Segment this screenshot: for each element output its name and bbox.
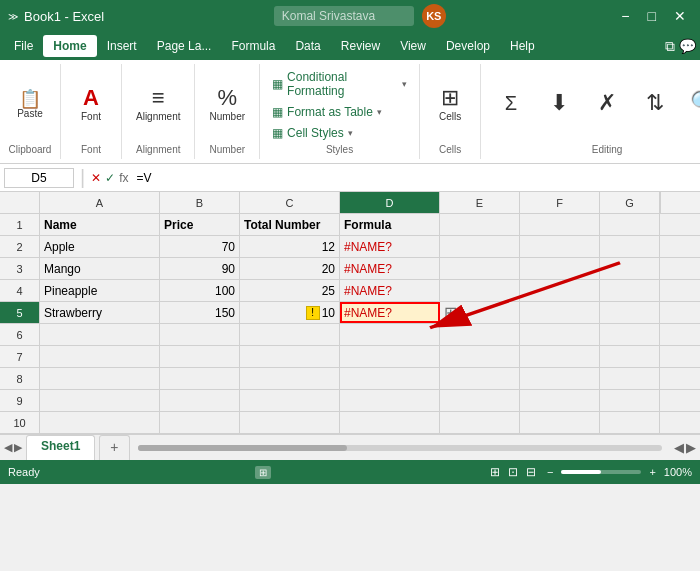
cell-a3[interactable]: Mango	[40, 258, 160, 279]
col-header-b[interactable]: B	[160, 192, 240, 213]
cell-c5[interactable]: ! 10	[240, 302, 340, 323]
enter-icon[interactable]: ✓	[105, 171, 115, 185]
cell-e1[interactable]	[440, 214, 520, 235]
zoom-plus-button[interactable]: +	[649, 466, 655, 478]
cell-c1[interactable]: Total Number	[240, 214, 340, 235]
cell-e7[interactable]	[440, 346, 520, 367]
alignment-button[interactable]: ≡ Alignment	[130, 83, 186, 126]
menu-item-page-layout[interactable]: Page La...	[147, 35, 222, 57]
cell-c4[interactable]: 25	[240, 280, 340, 301]
page-view-icon[interactable]: ⊞	[255, 466, 271, 479]
cell-b7[interactable]	[160, 346, 240, 367]
cell-styles-button[interactable]: ▦ Cell Styles ▾	[268, 124, 411, 142]
row-num-4[interactable]: 4	[0, 280, 40, 301]
cell-a7[interactable]	[40, 346, 160, 367]
menu-item-file[interactable]: File	[4, 35, 43, 57]
menu-item-formula[interactable]: Formula	[221, 35, 285, 57]
cell-d5[interactable]: #NAME?	[340, 302, 440, 323]
cell-b1[interactable]: Price	[160, 214, 240, 235]
page-layout-button[interactable]: ⊡	[505, 464, 521, 480]
cells-button[interactable]: ⊞ Cells	[428, 83, 472, 126]
menu-item-view[interactable]: View	[390, 35, 436, 57]
add-sheet-button[interactable]: +	[99, 435, 129, 460]
cell-d3[interactable]: #NAME?	[340, 258, 440, 279]
menu-item-insert[interactable]: Insert	[97, 35, 147, 57]
cell-c8[interactable]	[240, 368, 340, 389]
normal-view-button[interactable]: ⊞	[487, 464, 503, 480]
cell-c2[interactable]: 12	[240, 236, 340, 257]
cell-a10[interactable]	[40, 412, 160, 433]
zoom-minus-button[interactable]: −	[547, 466, 553, 478]
fill-button[interactable]: ⬇	[537, 88, 581, 120]
menu-item-developer[interactable]: Develop	[436, 35, 500, 57]
scroll-right-button[interactable]: ▶	[686, 440, 696, 455]
cell-d7[interactable]	[340, 346, 440, 367]
cell-f5[interactable]	[520, 302, 600, 323]
cell-d8[interactable]	[340, 368, 440, 389]
zoom-slider[interactable]	[561, 470, 641, 474]
col-header-f[interactable]: F	[520, 192, 600, 213]
cell-g4[interactable]	[600, 280, 660, 301]
comments-icon[interactable]: 💬	[679, 38, 696, 55]
cell-b2[interactable]: 70	[160, 236, 240, 257]
search-input[interactable]	[274, 6, 414, 26]
cell-d9[interactable]	[340, 390, 440, 411]
cancel-icon[interactable]: ✕	[91, 171, 101, 185]
cell-e4[interactable]	[440, 280, 520, 301]
cell-a8[interactable]	[40, 368, 160, 389]
menu-item-data[interactable]: Data	[285, 35, 330, 57]
insert-function-icon[interactable]: fx	[119, 171, 128, 185]
cell-g9[interactable]	[600, 390, 660, 411]
cell-c10[interactable]	[240, 412, 340, 433]
cell-g1[interactable]	[600, 214, 660, 235]
cell-c7[interactable]	[240, 346, 340, 367]
close-button[interactable]: ✕	[668, 6, 692, 26]
sum-button[interactable]: Σ	[489, 89, 533, 119]
row-num-10[interactable]: 10	[0, 412, 40, 433]
font-button[interactable]: A Font	[69, 83, 113, 126]
row-num-9[interactable]: 9	[0, 390, 40, 411]
scrollbar-track[interactable]	[138, 445, 662, 451]
cell-g3[interactable]	[600, 258, 660, 279]
cell-b5[interactable]: 150	[160, 302, 240, 323]
minimize-button[interactable]: −	[615, 6, 635, 26]
col-header-d[interactable]: D	[340, 192, 440, 213]
col-header-g[interactable]: G	[600, 192, 660, 213]
cell-a1[interactable]: Name	[40, 214, 160, 235]
row-num-7[interactable]: 7	[0, 346, 40, 367]
scrollbar-thumb[interactable]	[138, 445, 348, 451]
cell-e2[interactable]	[440, 236, 520, 257]
share-icon[interactable]: ⧉	[665, 38, 675, 55]
cell-f7[interactable]	[520, 346, 600, 367]
cell-e3[interactable]	[440, 258, 520, 279]
cell-e10[interactable]	[440, 412, 520, 433]
cell-a9[interactable]	[40, 390, 160, 411]
number-button[interactable]: % Number	[203, 83, 251, 126]
paste-button[interactable]: 📋 Paste	[8, 86, 52, 123]
cell-a4[interactable]: Pineapple	[40, 280, 160, 301]
page-break-button[interactable]: ⊟	[523, 464, 539, 480]
cell-f3[interactable]	[520, 258, 600, 279]
cell-b3[interactable]: 90	[160, 258, 240, 279]
cell-f10[interactable]	[520, 412, 600, 433]
conditional-formatting-button[interactable]: ▦ Conditional Formatting ▾	[268, 68, 411, 100]
cell-g2[interactable]	[600, 236, 660, 257]
col-header-e[interactable]: E	[440, 192, 520, 213]
scroll-left-button[interactable]: ◀	[674, 440, 684, 455]
cell-f4[interactable]	[520, 280, 600, 301]
format-as-table-button[interactable]: ▦ Format as Table ▾	[268, 103, 411, 121]
horizontal-scrollbar[interactable]	[130, 435, 670, 460]
sheet-tab-sheet1[interactable]: Sheet1	[26, 435, 95, 460]
cell-g5[interactable]	[600, 302, 660, 323]
cell-f9[interactable]	[520, 390, 600, 411]
cell-g6[interactable]	[600, 324, 660, 345]
row-num-6[interactable]: 6	[0, 324, 40, 345]
cell-f2[interactable]	[520, 236, 600, 257]
cell-g8[interactable]	[600, 368, 660, 389]
cell-b9[interactable]	[160, 390, 240, 411]
cell-d10[interactable]	[340, 412, 440, 433]
cell-g7[interactable]	[600, 346, 660, 367]
col-header-c[interactable]: C	[240, 192, 340, 213]
cell-c9[interactable]	[240, 390, 340, 411]
cell-f6[interactable]	[520, 324, 600, 345]
